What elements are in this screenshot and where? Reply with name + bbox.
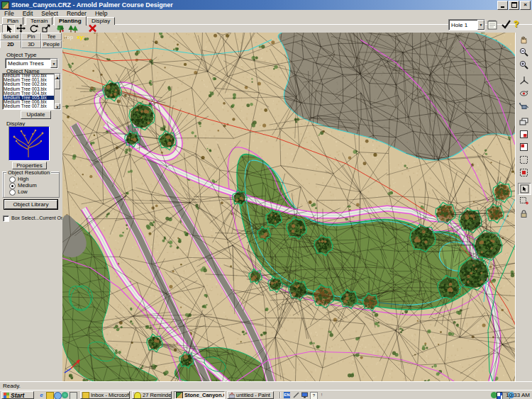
tab-people[interactable]: People bbox=[41, 40, 62, 48]
water-button[interactable] bbox=[518, 101, 530, 111]
lock-button[interactable] bbox=[518, 208, 530, 219]
update-button[interactable]: Update bbox=[21, 111, 51, 119]
taskbar-task-paint[interactable]: untitled - Paint bbox=[227, 391, 274, 399]
show-desktop-icon[interactable] bbox=[70, 392, 77, 399]
magnifier-plus-icon bbox=[519, 60, 528, 69]
dashed-frame-red-icon bbox=[519, 168, 528, 177]
paint-icon bbox=[229, 393, 235, 398]
selection-frame-red-button[interactable] bbox=[518, 167, 530, 178]
tab-tee[interactable]: Tee bbox=[41, 33, 62, 40]
tab-3d[interactable]: 3D bbox=[21, 40, 41, 48]
checkbox-icon[interactable] bbox=[3, 215, 9, 222]
language-indicator[interactable]: EN bbox=[284, 392, 290, 398]
outlook-quick-icon[interactable] bbox=[46, 392, 54, 399]
pan-button[interactable] bbox=[518, 34, 530, 45]
object-name-list[interactable]: Medium Tree 000.blx Medium Tree 001.blx … bbox=[2, 73, 61, 110]
course-canvas[interactable] bbox=[62, 33, 515, 381]
taskbar-task-outlook[interactable]: Inbox - Microsoft Outlook bbox=[80, 391, 130, 399]
list-item[interactable]: Medium Tree 007.blx bbox=[3, 104, 55, 108]
minimize-button[interactable] bbox=[497, 1, 508, 10]
confirm-button[interactable] bbox=[501, 19, 511, 30]
tab-sound[interactable]: Sound bbox=[0, 33, 21, 40]
chevron-down-icon[interactable]: ▼ bbox=[50, 59, 57, 68]
pen-tray-icon[interactable] bbox=[293, 392, 299, 398]
bell-icon bbox=[134, 392, 141, 399]
marquee-add-button[interactable] bbox=[518, 196, 530, 206]
view-red-a-button[interactable] bbox=[518, 129, 530, 140]
taskbar: Start e Inbox - Microsoft Outlook 27 Rem… bbox=[0, 390, 532, 399]
axes-icon bbox=[519, 76, 528, 85]
selection-frame-button[interactable] bbox=[518, 154, 530, 165]
dashed-frame-icon bbox=[519, 155, 528, 164]
move-arrows-icon bbox=[16, 24, 26, 33]
tab-pin[interactable]: Pin bbox=[21, 33, 41, 40]
object-type-value: Medium Trees bbox=[6, 60, 50, 67]
properties-button[interactable]: Properties bbox=[12, 162, 47, 169]
status-text: Ready. bbox=[3, 383, 21, 389]
chevron-down-icon[interactable]: ▼ bbox=[477, 20, 484, 30]
stacked-windows-icon bbox=[519, 117, 528, 126]
rotate-arrow-icon bbox=[29, 24, 38, 33]
app-icon bbox=[1, 1, 9, 9]
help-button[interactable]: ? bbox=[514, 19, 523, 29]
messenger-icon[interactable] bbox=[54, 392, 62, 399]
radio-icon bbox=[9, 189, 16, 196]
box-select-label: Box Select...Current Only bbox=[11, 215, 67, 220]
orbit-arrow-icon bbox=[519, 89, 528, 98]
taskbar-task-reminders[interactable]: 27 Reminders bbox=[132, 391, 172, 399]
alert-tray-icon[interactable]: ! bbox=[318, 392, 325, 398]
move-tool-button[interactable] bbox=[15, 24, 26, 33]
zoom-out-button[interactable] bbox=[518, 47, 530, 57]
left-panel: Sound Pin Tee 2D 3D People Object Type M… bbox=[0, 33, 63, 381]
hole-select-value: Hole 1 bbox=[449, 22, 477, 28]
delete-tool-button[interactable] bbox=[87, 24, 98, 33]
window-red-corner-icon bbox=[519, 142, 528, 152]
tab-2d[interactable]: 2D bbox=[0, 40, 21, 48]
box-select-row[interactable]: Box Select...Current Only bbox=[3, 215, 67, 222]
scorecard-button[interactable] bbox=[487, 19, 499, 30]
internet-explorer-icon[interactable]: e bbox=[38, 392, 45, 398]
help-tray-icon[interactable]: ? bbox=[310, 392, 318, 399]
start-button[interactable]: Start bbox=[1, 391, 34, 399]
scale-tool-button[interactable] bbox=[40, 24, 52, 33]
hand-icon bbox=[519, 35, 528, 44]
duplicate-view-button[interactable] bbox=[518, 116, 530, 127]
tree-preview-image bbox=[9, 127, 48, 159]
axes-3d-button[interactable] bbox=[518, 75, 530, 86]
title-bar: Stone_Canyon.CRZ - Arnold Palmer Course … bbox=[0, 0, 532, 10]
scroll-down-icon[interactable]: ▼ bbox=[55, 103, 60, 109]
object-type-select[interactable]: Medium Trees ▼ bbox=[5, 58, 58, 69]
radio-low[interactable]: Low bbox=[9, 189, 28, 196]
lock-icon bbox=[519, 209, 528, 218]
zoom-in-button[interactable] bbox=[518, 60, 530, 70]
rotate-tool-button[interactable] bbox=[28, 24, 39, 33]
taskbar-clock[interactable]: 10:33 AM bbox=[506, 391, 530, 399]
display-tray-icon[interactable] bbox=[301, 392, 308, 398]
marquee-plus-icon bbox=[519, 196, 528, 206]
object-resolution-label: Object Resolution bbox=[6, 169, 51, 176]
pointer-box-button[interactable] bbox=[518, 183, 531, 195]
taskbar-task-course-designer[interactable]: Stone_Canyon.CRZ - ... bbox=[174, 391, 225, 399]
tab-planting[interactable]: Planting bbox=[54, 16, 87, 26]
status-bar: Ready. bbox=[0, 381, 532, 390]
taskbar-separator bbox=[279, 392, 281, 398]
object-resolution-group: Object Resolution High Medium Low bbox=[3, 172, 60, 198]
object-preview bbox=[9, 126, 50, 161]
list-scrollbar[interactable]: ▲ ▼ bbox=[54, 74, 60, 109]
pointer-box-icon bbox=[520, 184, 529, 193]
scroll-up-icon[interactable]: ▲ bbox=[55, 74, 60, 79]
object-library-button[interactable]: Object Library bbox=[4, 200, 57, 209]
watering-can-icon bbox=[519, 101, 528, 111]
magnifier-minus-icon bbox=[519, 47, 528, 57]
scale-box-icon bbox=[42, 24, 51, 33]
notepad-icon bbox=[487, 19, 499, 30]
orbit-button[interactable] bbox=[518, 88, 530, 99]
right-toolbar bbox=[515, 33, 532, 381]
close-button[interactable]: × bbox=[520, 1, 531, 10]
hole-select[interactable]: Hole 1 ▼ bbox=[448, 19, 485, 30]
scroll-thumb[interactable] bbox=[55, 79, 60, 89]
restore-button[interactable] bbox=[509, 1, 519, 10]
globe-app-icon[interactable] bbox=[62, 392, 68, 398]
view-red-b-button[interactable] bbox=[518, 142, 530, 152]
outlook-icon bbox=[82, 392, 89, 399]
